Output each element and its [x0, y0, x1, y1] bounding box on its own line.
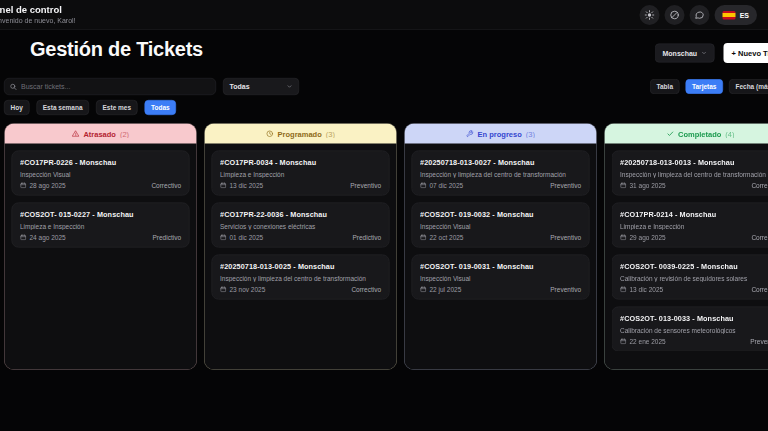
ticket-card[interactable]: #COS2OT- 0039-0225 - Monschau Calibració… [612, 255, 768, 300]
filter-row-primary: Todas [4, 78, 299, 95]
ticket-type-badge: Preventivo [550, 182, 581, 190]
ticket-card[interactable]: #20250718-013-0025 - Monschau Inspección… [212, 255, 390, 300]
ticket-type-badge: Correctivo [751, 234, 768, 242]
filter-this-week-button[interactable]: Esta semana [36, 100, 89, 115]
filter-this-month-button[interactable]: Este mes [96, 100, 138, 115]
ticket-id: #20250718-013-0025 - Monschau [220, 262, 381, 270]
calendar-icon [220, 286, 227, 293]
calendar-icon [420, 234, 427, 241]
ticket-date: 31 ago 2025 [630, 182, 666, 190]
ticket-id: #CO17PR-0214 - Monschau [620, 210, 768, 218]
column-title: Programado [278, 129, 322, 138]
kanban-column-atrasado: Atrasado (2) #CO17PR-0226 - Monschau Ins… [4, 123, 197, 370]
site-selector-dropdown[interactable]: Monschau [655, 44, 715, 63]
column-header-en-progreso: En progreso (3) [405, 124, 597, 144]
column-header-programado: Programado (3) [205, 124, 397, 144]
page-title: Gestión de Tickets [30, 38, 203, 61]
chevron-down-icon [287, 84, 293, 90]
kanban-column-en-progreso: En progreso (3) #20250718-013-0027 - Mon… [404, 123, 597, 370]
ticket-description: Inspección Visual [420, 223, 581, 231]
view-table-button[interactable]: Tabla [650, 79, 680, 94]
ticket-type-badge: Correctivo [151, 182, 181, 190]
tickets-shortcut-button[interactable] [665, 5, 685, 25]
calendar-icon [220, 182, 227, 189]
ticket-date: 29 ago 2025 [630, 234, 666, 242]
spain-flag-icon [723, 11, 736, 20]
chat-button[interactable] [690, 5, 710, 25]
ticket-description: Servicios y conexiones eléctricas [220, 223, 381, 231]
ticket-date: 01 dic 2025 [230, 234, 264, 242]
ticket-description: Limpieza e Inspección [20, 223, 181, 231]
column-count: (3) [526, 129, 535, 138]
calendar-icon [620, 182, 627, 189]
date-filter-row: Hoy Esta semana Este mes Todas [4, 100, 176, 115]
ticket-description: Inspección Visual [20, 171, 181, 179]
column-count: (3) [326, 129, 335, 138]
ticket-id: #COS2OT- 015-0227 - Monschau [20, 210, 181, 218]
column-header-atrasado: Atrasado (2) [5, 124, 197, 144]
view-sort-controls: Tabla Tarjetas Fecha (más reciente) [650, 79, 768, 94]
topbar: Panel de control Bienvenido de nuevo, Ka… [0, 0, 768, 30]
ticket-description: Inspección y limpieza del centro de tran… [620, 171, 768, 179]
chevron-down-icon [701, 50, 707, 56]
calendar-icon [20, 234, 27, 241]
ticket-type-badge: Preventivo [350, 182, 381, 190]
warning-icon [72, 130, 80, 138]
slash-circle-icon [670, 10, 680, 20]
topbar-titles: Panel de control Bienvenido de nuevo, Ka… [0, 4, 76, 25]
ticket-id: #COS2OT- 0039-0225 - Monschau [620, 262, 768, 270]
ticket-card[interactable]: #COS2OT- 015-0227 - Monschau Limpieza e … [12, 203, 190, 248]
ticket-card[interactable]: #COS2OT- 013-0033 - Monschau Calibración… [612, 307, 768, 352]
ticket-description: Inspección y limpieza del centro de tran… [420, 171, 581, 179]
ticket-type-badge: Correctivo [751, 286, 768, 294]
ticket-card[interactable]: #CO17PR-22-0036 - Monschau Servicios y c… [212, 203, 390, 248]
ticket-card[interactable]: #20250718-013-0027 - Monschau Inspección… [412, 151, 590, 196]
ticket-description: Calibración de sensores meteorológicos [620, 327, 768, 335]
ticket-type-badge: Predictivo [352, 234, 381, 242]
sun-icon [645, 10, 655, 20]
calendar-icon [420, 182, 427, 189]
search-input[interactable] [21, 83, 211, 91]
calendar-icon [620, 338, 627, 345]
ticket-id: #CO17PR-0226 - Monschau [20, 158, 181, 166]
sort-button[interactable]: Fecha (más reciente) [729, 79, 768, 94]
ticket-description: Limpieza e Inspección [220, 171, 381, 179]
type-filter-value: Todas [230, 83, 250, 91]
ticket-date: 22 ene 2025 [630, 338, 666, 346]
ticket-id: #COS2OT- 019-0032 - Monschau [420, 210, 581, 218]
new-ticket-button[interactable]: + Nuevo Ticket [724, 43, 768, 63]
ticket-id: #CO17PR-22-0036 - Monschau [220, 210, 381, 218]
search-icon [10, 83, 18, 91]
ticket-type-badge: Predictivo [152, 234, 181, 242]
column-title: Completado [678, 129, 721, 138]
ticket-date: 13 dic 2025 [630, 286, 664, 294]
ticket-type-badge: Preventivo [550, 234, 581, 242]
calendar-icon [620, 286, 627, 293]
app-window: Panel de control Bienvenido de nuevo, Ka… [0, 0, 768, 431]
kanban-board: Atrasado (2) #CO17PR-0226 - Monschau Ins… [4, 123, 768, 370]
column-body: #CO17PR-0226 - Monschau Inspección Visua… [5, 144, 197, 255]
view-cards-button[interactable]: Tarjetas [686, 79, 723, 94]
ticket-card[interactable]: #CO17PR-0034 - Monschau Limpieza e Inspe… [212, 151, 390, 196]
language-selector[interactable]: ES [715, 5, 757, 25]
ticket-type-badge: Preventivo [750, 338, 768, 346]
ticket-card[interactable]: #COS2OT- 019-0031 - Monschau Inspección … [412, 255, 590, 300]
filter-all-button[interactable]: Todas [145, 100, 177, 115]
ticket-type-badge: Correctivo [351, 286, 381, 294]
ticket-card[interactable]: #20250718-013-0013 - Monschau Inspección… [612, 151, 768, 196]
theme-toggle-button[interactable] [640, 5, 660, 25]
type-filter-select[interactable]: Todas [223, 78, 299, 95]
ticket-description: Inspección Visual [420, 275, 581, 283]
ticket-date: 07 dic 2025 [430, 182, 464, 190]
ticket-description: Limpieza e Inspección [620, 223, 768, 231]
column-title: Atrasado [83, 129, 116, 138]
ticket-card[interactable]: #CO17PR-0214 - Monschau Limpieza e Inspe… [612, 203, 768, 248]
calendar-icon [220, 234, 227, 241]
column-body: #CO17PR-0034 - Monschau Limpieza e Inspe… [205, 144, 397, 307]
check-icon [666, 130, 674, 138]
column-header-completado: Completado (4) [605, 124, 768, 144]
ticket-card[interactable]: #CO17PR-0226 - Monschau Inspección Visua… [12, 151, 190, 196]
filter-today-button[interactable]: Hoy [4, 100, 29, 115]
ticket-date: 22 oct 2025 [430, 234, 464, 242]
ticket-card[interactable]: #COS2OT- 019-0032 - Monschau Inspección … [412, 203, 590, 248]
